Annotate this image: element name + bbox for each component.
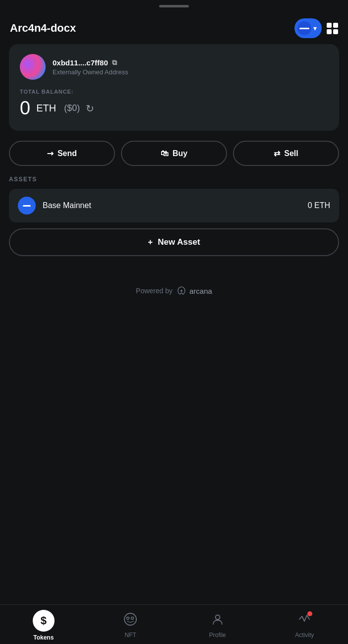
buy-label: Buy bbox=[173, 149, 187, 158]
nav-item-activity[interactable]: Activity bbox=[261, 605, 348, 644]
account-icon bbox=[297, 21, 311, 35]
asset-name: Base Mainnet bbox=[43, 201, 91, 210]
arcana-text: arcana bbox=[189, 287, 212, 295]
nft-icon bbox=[123, 612, 137, 629]
wallet-address-text: 0xbd11....c7ff80 bbox=[53, 58, 108, 67]
send-icon: ↗ bbox=[45, 148, 56, 159]
refresh-button[interactable]: ↻ bbox=[86, 103, 94, 114]
wallet-card: 0xbd11....c7ff80 ⧉ Externally Owned Addr… bbox=[9, 44, 339, 131]
asset-network-icon bbox=[18, 197, 36, 215]
sell-label: Sell bbox=[284, 149, 298, 158]
powered-by-text: Powered by bbox=[136, 287, 173, 295]
buy-button[interactable]: 🛍 Buy bbox=[121, 141, 227, 166]
wallet-card-top: 0xbd11....c7ff80 ⧉ Externally Owned Addr… bbox=[20, 54, 328, 80]
wallet-info: 0xbd11....c7ff80 ⧉ Externally Owned Addr… bbox=[53, 58, 128, 76]
assets-label: ASSETS bbox=[9, 176, 339, 183]
bottom-nav: $ Tokens NFT Profile bbox=[0, 604, 348, 644]
qr-icon bbox=[327, 23, 338, 34]
balance-unit: ETH bbox=[36, 103, 56, 114]
minus-icon bbox=[299, 28, 309, 29]
activity-badge bbox=[307, 611, 312, 616]
avatar bbox=[20, 54, 46, 80]
asset-item[interactable]: Base Mainnet 0 ETH bbox=[9, 189, 339, 222]
arcana-logo: arcana bbox=[176, 286, 212, 296]
activity-icon bbox=[297, 612, 311, 629]
svg-point-4 bbox=[131, 617, 134, 620]
new-asset-button[interactable]: + New Asset bbox=[9, 228, 339, 256]
wallet-type: Externally Owned Address bbox=[53, 68, 128, 76]
sell-icon: ⇄ bbox=[274, 149, 280, 158]
chevron-down-icon: ▾ bbox=[313, 24, 317, 32]
assets-section: ASSETS Base Mainnet 0 ETH + New Asset bbox=[9, 176, 339, 256]
copy-icon[interactable]: ⧉ bbox=[112, 58, 117, 67]
tokens-icon: $ bbox=[33, 610, 55, 632]
avatar-blob bbox=[20, 54, 46, 80]
powered-by: Powered by arcana bbox=[0, 286, 348, 296]
balance-usd: ($0) bbox=[64, 103, 80, 113]
send-button[interactable]: ↗ Send bbox=[9, 141, 115, 166]
balance-label: TOTAL BALANCE: bbox=[20, 89, 328, 95]
nav-item-nft[interactable]: NFT bbox=[87, 605, 174, 644]
nav-label-tokens: Tokens bbox=[33, 634, 54, 641]
svg-point-5 bbox=[215, 615, 220, 620]
action-buttons: ↗ Send 🛍 Buy ⇄ Sell bbox=[9, 141, 339, 166]
profile-icon bbox=[211, 612, 225, 629]
header-right: ▾ bbox=[294, 18, 338, 38]
new-asset-plus-icon: + bbox=[148, 237, 153, 247]
svg-point-3 bbox=[127, 617, 129, 620]
wallet-address-row: 0xbd11....c7ff80 ⧉ bbox=[53, 58, 128, 67]
svg-point-2 bbox=[124, 613, 136, 625]
arcana-symbol-icon bbox=[176, 286, 186, 296]
account-selector[interactable]: ▾ bbox=[294, 18, 322, 38]
nav-label-profile: Profile bbox=[209, 632, 226, 639]
send-label: Send bbox=[58, 149, 77, 158]
svg-point-1 bbox=[180, 290, 182, 292]
buy-icon: 🛍 bbox=[161, 149, 169, 158]
new-asset-label: New Asset bbox=[158, 237, 200, 247]
minus-icon bbox=[23, 205, 31, 207]
nav-item-profile[interactable]: Profile bbox=[174, 605, 261, 644]
nav-item-tokens[interactable]: $ Tokens bbox=[0, 605, 87, 644]
drag-bar bbox=[159, 5, 189, 7]
balance-row: 0 ETH ($0) ↻ bbox=[20, 98, 328, 119]
balance-amount: 0 bbox=[20, 98, 30, 119]
asset-left: Base Mainnet bbox=[18, 197, 91, 215]
app-title: Arc4n4-docx bbox=[10, 22, 76, 35]
sell-button[interactable]: ⇄ Sell bbox=[233, 141, 339, 166]
nav-label-nft: NFT bbox=[125, 632, 136, 639]
nav-label-activity: Activity bbox=[295, 632, 314, 639]
asset-balance: 0 ETH bbox=[308, 201, 330, 210]
header: Arc4n4-docx ▾ bbox=[0, 10, 348, 44]
qr-button[interactable] bbox=[327, 23, 338, 34]
dollar-icon: $ bbox=[41, 614, 47, 627]
drag-handle[interactable] bbox=[0, 0, 348, 10]
